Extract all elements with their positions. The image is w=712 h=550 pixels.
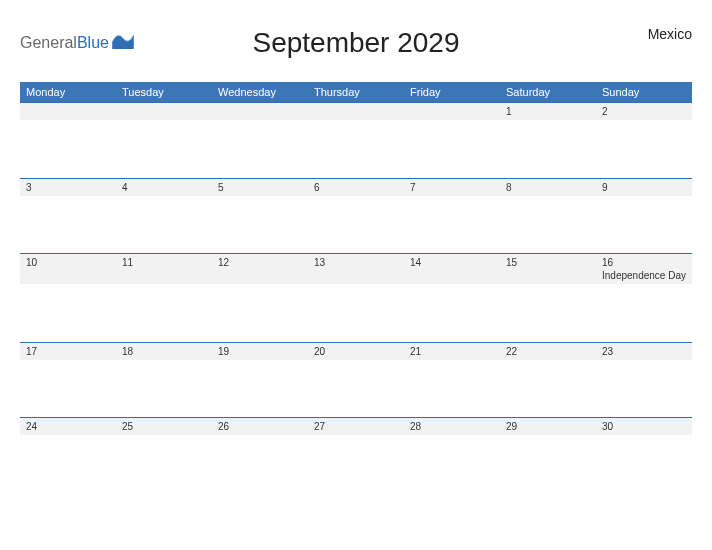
calendar-day-cell: 26 [212,418,308,436]
day-number: 9 [602,182,686,193]
calendar-day-cell: 28 [404,418,500,436]
day-number: 11 [122,257,206,268]
spacer-cell [500,360,596,418]
weekday-header: Wednesday [212,82,308,103]
spacer-cell [116,120,212,178]
calendar-spacer-row [20,360,692,418]
spacer-cell [116,360,212,418]
weekday-header: Monday [20,82,116,103]
header: GeneralBlue September 2029 Mexico [20,18,692,68]
page-title: September 2029 [252,27,459,59]
day-number: 24 [26,421,110,432]
weekday-header: Thursday [308,82,404,103]
calendar-day-cell: 10 [20,254,116,285]
weekday-header: Sunday [596,82,692,103]
weekday-header: Friday [404,82,500,103]
calendar-week-row: 17181920212223 [20,342,692,360]
calendar-day-cell: 19 [212,342,308,360]
spacer-cell [404,435,500,479]
brand-part2: Blue [77,34,109,52]
day-number: 3 [26,182,110,193]
calendar-spacer-row [20,196,692,254]
spacer-cell [500,196,596,254]
calendar-day-cell: 5 [212,178,308,196]
spacer-cell [596,196,692,254]
day-number: 26 [218,421,302,432]
calendar-week-row: 24252627282930 [20,418,692,436]
day-number: 19 [218,346,302,357]
day-number: 18 [122,346,206,357]
spacer-cell [404,120,500,178]
spacer-cell [404,196,500,254]
spacer-cell [212,284,308,342]
day-number: 1 [506,106,590,117]
spacer-cell [212,360,308,418]
day-number: 30 [602,421,686,432]
calendar-day-cell: 30 [596,418,692,436]
weekday-header-row: Monday Tuesday Wednesday Thursday Friday… [20,82,692,103]
day-number: 29 [506,421,590,432]
calendar-day-cell [20,103,116,121]
logo-swoosh-icon [112,31,134,49]
calendar-spacer-row [20,120,692,178]
spacer-cell [212,435,308,479]
spacer-cell [308,435,404,479]
calendar-day-cell: 6 [308,178,404,196]
day-number: 28 [410,421,494,432]
day-number: 2 [602,106,686,117]
calendar-day-cell: 8 [500,178,596,196]
calendar-day-cell: 18 [116,342,212,360]
day-number: 13 [314,257,398,268]
spacer-cell [116,284,212,342]
spacer-cell [212,120,308,178]
calendar-day-cell [212,103,308,121]
spacer-cell [596,360,692,418]
calendar-day-cell: 15 [500,254,596,285]
day-number: 10 [26,257,110,268]
calendar-day-cell: 24 [20,418,116,436]
spacer-cell [20,196,116,254]
calendar-day-cell: 25 [116,418,212,436]
calendar-day-cell [404,103,500,121]
spacer-cell [500,120,596,178]
calendar-spacer-row [20,284,692,342]
spacer-cell [20,284,116,342]
spacer-cell [116,196,212,254]
spacer-cell [596,120,692,178]
spacer-cell [212,196,308,254]
day-number: 27 [314,421,398,432]
calendar-day-cell: 29 [500,418,596,436]
country-label: Mexico [648,26,692,42]
day-number: 23 [602,346,686,357]
calendar-day-cell: 11 [116,254,212,285]
day-number: 4 [122,182,206,193]
calendar-day-cell: 13 [308,254,404,285]
calendar-day-cell: 27 [308,418,404,436]
calendar-week-row: 12 [20,103,692,121]
day-number: 25 [122,421,206,432]
spacer-cell [20,435,116,479]
calendar-day-cell [116,103,212,121]
calendar-day-cell: 16Independence Day [596,254,692,285]
calendar-day-cell: 14 [404,254,500,285]
calendar-grid: Monday Tuesday Wednesday Thursday Friday… [20,82,692,479]
day-number: 16 [602,257,686,268]
calendar-day-cell: 12 [212,254,308,285]
day-number: 14 [410,257,494,268]
calendar-week-row: 10111213141516Independence Day [20,254,692,285]
spacer-cell [308,196,404,254]
calendar-day-cell: 7 [404,178,500,196]
day-number: 17 [26,346,110,357]
calendar-day-cell: 17 [20,342,116,360]
spacer-cell [116,435,212,479]
spacer-cell [308,360,404,418]
day-number: 7 [410,182,494,193]
day-number: 22 [506,346,590,357]
day-number: 8 [506,182,590,193]
spacer-cell [308,284,404,342]
calendar-day-cell: 2 [596,103,692,121]
calendar-day-cell: 9 [596,178,692,196]
brand-logo: GeneralBlue [20,34,134,52]
calendar-day-cell [308,103,404,121]
day-number: 12 [218,257,302,268]
